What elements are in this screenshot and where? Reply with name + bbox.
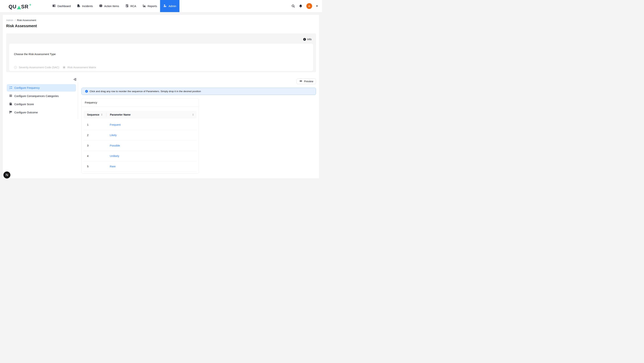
nav-item-label: Admin <box>168 5 176 8</box>
radio-sac-label: Severity Assessment Code (SAC) <box>19 66 59 69</box>
nav-item-rca[interactable]: RCA <box>122 0 140 12</box>
sidebar-item-label: Configure Score <box>14 103 34 106</box>
score-lock-icon <box>9 102 12 106</box>
frequency-card: Frequency Sequence Parameter Name <box>82 98 199 174</box>
alert-message: Click and drag any row to reorder the se… <box>90 90 201 93</box>
radio-option-sac[interactable]: Severity Assessment Code (SAC) <box>14 66 59 69</box>
main-nav: Dashboard Incidents Action Items RCA Rep… <box>49 0 179 12</box>
table-row[interactable]: 2 Likely <box>84 130 196 140</box>
user-menu-chevron-down-icon[interactable] <box>316 5 318 7</box>
config-detail-column: Preview i Click and drag any row to reor… <box>82 72 316 174</box>
nav-item-label: RCA <box>130 5 136 8</box>
breadcrumb-current: Risk Assessment <box>17 19 36 21</box>
breadcrumb-separator: / <box>15 19 16 21</box>
nav-item-reports[interactable]: Reports <box>140 0 160 12</box>
search-icon[interactable] <box>292 4 295 8</box>
nav-item-label: Incidents <box>82 5 93 8</box>
frequency-card-title: Frequency <box>82 98 199 107</box>
assessment-type-options: Severity Assessment Code (SAC) Risk Asse… <box>14 66 313 69</box>
logo-plus-icon: + <box>29 3 31 7</box>
nav-item-label: Reports <box>148 5 157 8</box>
sidebar-item-configure-frequency[interactable]: 12 Configure Frequency <box>7 84 76 92</box>
top-navbar: QU SR + Dashboard Incidents Action Items <box>0 0 322 12</box>
nav-item-dashboard[interactable]: Dashboard <box>49 0 74 12</box>
dev-tools-badge[interactable]: N <box>3 171 10 179</box>
sidebar-item-configure-outcome[interactable]: Configure Outcome <box>7 109 76 116</box>
rca-icon <box>126 4 129 8</box>
table-row[interactable]: 1 Frequent <box>84 119 196 130</box>
sequence-cell: 3 <box>84 144 106 147</box>
preview-button[interactable]: Preview <box>296 78 316 84</box>
parameter-link[interactable]: Possible <box>110 144 120 147</box>
table-row[interactable]: 4 Unlikely <box>84 151 196 161</box>
sequence-cell: 2 <box>84 134 106 137</box>
nav-item-incidents[interactable]: Incidents <box>74 0 96 12</box>
parameter-link[interactable]: Rare <box>110 165 116 168</box>
sort-icon[interactable] <box>192 114 194 116</box>
assessment-type-question: Choose the Risk Assessment Type <box>14 53 313 56</box>
nav-item-action-items[interactable]: Action Items <box>96 0 122 12</box>
parameter-link[interactable]: Likely <box>110 134 117 137</box>
notifications-bell-icon[interactable] <box>299 4 302 8</box>
sequence-cell: 4 <box>84 154 106 157</box>
radio-matrix-label: Risk Assessment Matrix <box>68 66 96 69</box>
action-items-icon <box>99 4 102 8</box>
page-title: Risk Assessment <box>6 24 316 28</box>
sidebar-item-label: Configure Outcome <box>14 111 38 114</box>
parameter-link[interactable]: Unlikely <box>110 154 119 157</box>
reports-icon <box>142 4 146 8</box>
parameter-link[interactable]: Frequent <box>110 123 120 126</box>
table-row[interactable]: 5 Rare <box>84 161 196 172</box>
logo-text-left: QU <box>8 4 16 9</box>
checkered-flag-icon <box>9 111 12 114</box>
radio-matrix-circle-icon[interactable] <box>62 66 66 69</box>
navbar-right-actions: A <box>292 3 318 9</box>
sequence-cell: 1 <box>84 123 106 126</box>
eye-icon <box>299 79 302 83</box>
menu-lines-icon <box>9 94 12 98</box>
frequency-table-header: Sequence Parameter Name <box>84 111 196 118</box>
nav-item-label: Dashboard <box>58 5 70 8</box>
sidebar-item-label: Configure Frequency <box>14 86 40 89</box>
sort-icon[interactable] <box>101 114 102 116</box>
sidebar-collapse-icon[interactable] <box>73 78 76 81</box>
configuration-area: 12 Configure Frequency Configure Consequ… <box>6 72 316 174</box>
info-link[interactable]: i Info <box>6 33 316 41</box>
sidebar-item-configure-consequences-categories[interactable]: Configure Consequences Categories <box>7 92 76 100</box>
config-sidebar-column: 12 Configure Frequency Configure Consequ… <box>7 72 78 119</box>
incidents-icon <box>77 4 80 8</box>
radio-option-matrix[interactable]: Risk Assessment Matrix <box>62 66 96 69</box>
main-content-panel: Admin / Risk Assessment Risk Assessment … <box>3 15 319 178</box>
svg-text:1: 1 <box>9 86 10 87</box>
info-icon: i <box>303 38 306 41</box>
frequency-table-body: 1 Frequent 2 Likely 3 Possible 4 <box>84 118 196 172</box>
breadcrumb: Admin / Risk Assessment <box>6 19 316 21</box>
alert-info-icon: i <box>85 90 88 93</box>
column-header-sequence[interactable]: Sequence <box>84 113 106 116</box>
nav-item-label: Action Items <box>104 5 119 8</box>
user-avatar[interactable]: A <box>306 3 312 9</box>
info-label: Info <box>307 38 312 41</box>
quasr-logo[interactable]: QU SR + <box>8 3 31 9</box>
column-header-label: Sequence <box>87 113 99 116</box>
reorder-info-alert: i Click and drag any row to reorder the … <box>82 88 316 95</box>
radio-sac-circle-icon[interactable] <box>14 66 17 69</box>
assessment-type-section: i Info Choose the Risk Assessment Type S… <box>6 33 316 72</box>
config-sidebar-menu: 12 Configure Frequency Configure Consequ… <box>7 82 78 119</box>
breadcrumb-admin-link[interactable]: Admin <box>6 19 13 21</box>
frequency-table: Sequence Parameter Name 1 Frequent <box>84 111 196 172</box>
dashboard-icon <box>52 4 56 8</box>
numbered-list-icon: 12 <box>9 86 12 90</box>
sidebar-item-configure-score[interactable]: Configure Score <box>7 100 76 108</box>
sidebar-item-label: Configure Consequences Categories <box>14 95 59 97</box>
logo-text-right: SR <box>21 4 29 9</box>
preview-button-label: Preview <box>304 80 313 83</box>
logo-triangle-icon <box>17 6 21 9</box>
column-header-label: Parameter Name <box>110 113 131 116</box>
nav-item-admin[interactable]: Admin <box>160 0 179 12</box>
table-row[interactable]: 3 Possible <box>84 140 196 151</box>
svg-text:2: 2 <box>9 88 10 89</box>
assessment-type-card: Choose the Risk Assessment Type Severity… <box>9 44 313 71</box>
sequence-cell: 5 <box>84 165 106 168</box>
column-header-parameter-name[interactable]: Parameter Name <box>106 113 196 116</box>
